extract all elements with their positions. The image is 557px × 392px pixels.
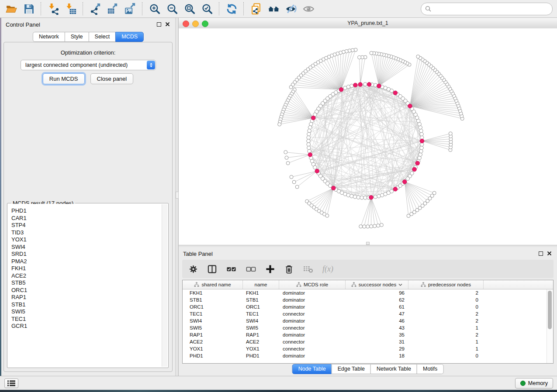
network-node[interactable] bbox=[377, 224, 380, 227]
table-row[interactable]: STB1 STB1 dominator 62 0 bbox=[183, 296, 553, 303]
mcds-node[interactable] bbox=[311, 116, 315, 120]
network-node[interactable] bbox=[308, 149, 311, 153]
mcds-node[interactable] bbox=[412, 167, 417, 172]
network-node[interactable] bbox=[307, 136, 310, 139]
list-item[interactable]: SWI4 bbox=[8, 244, 168, 251]
network-node[interactable] bbox=[419, 129, 423, 132]
network-node[interactable] bbox=[290, 175, 293, 179]
mcds-node[interactable] bbox=[358, 83, 363, 87]
network-node[interactable] bbox=[363, 196, 367, 199]
hide-selected-button[interactable] bbox=[282, 1, 300, 17]
network-node[interactable] bbox=[359, 225, 363, 228]
table-row[interactable]: PHD1 PHD1 dominator 18 0 bbox=[183, 352, 553, 359]
table-row[interactable]: ORC1 ORC1 dominator 61 0 bbox=[183, 303, 553, 310]
network-node[interactable] bbox=[373, 224, 377, 228]
mcds-node[interactable] bbox=[332, 186, 336, 190]
network-node[interactable] bbox=[416, 55, 420, 58]
network-node[interactable] bbox=[307, 143, 310, 146]
tab-select[interactable]: Select bbox=[89, 32, 116, 42]
first-neighbors-button[interactable] bbox=[265, 1, 282, 17]
tab-edge-table[interactable]: Edge Table bbox=[332, 364, 371, 374]
table-row[interactable]: YOX1 YOX1 connector 29 1 bbox=[183, 345, 553, 352]
delete-column-button[interactable] bbox=[284, 264, 294, 274]
list-item[interactable]: STP4 bbox=[8, 222, 168, 229]
clone-network-button[interactable] bbox=[247, 1, 265, 17]
network-node[interactable] bbox=[289, 86, 293, 89]
mcds-node[interactable] bbox=[353, 83, 358, 87]
network-node[interactable] bbox=[390, 189, 393, 193]
network-node[interactable] bbox=[286, 162, 290, 165]
float-panel-button[interactable] bbox=[157, 22, 161, 27]
mcds-node[interactable] bbox=[393, 187, 398, 191]
table-row[interactable]: ACE2 ACE2 connector 31 1 bbox=[183, 338, 553, 345]
network-node[interactable] bbox=[350, 194, 353, 198]
mcds-node[interactable] bbox=[408, 104, 412, 108]
table-row[interactable]: FKH1 FKH1 dominator 96 2 bbox=[183, 289, 553, 296]
list-item[interactable]: FKH1 bbox=[8, 265, 168, 272]
save-button[interactable] bbox=[20, 1, 38, 17]
list-item[interactable]: PMA2 bbox=[8, 258, 168, 265]
network-node[interactable] bbox=[432, 191, 436, 195]
zoom-out-button[interactable] bbox=[163, 1, 181, 17]
list-item[interactable]: TEC1 bbox=[8, 316, 168, 323]
table-row[interactable]: SWI4 SWI4 dominator 46 2 bbox=[183, 317, 553, 324]
mcds-node[interactable] bbox=[403, 180, 407, 184]
network-node[interactable] bbox=[358, 55, 361, 59]
table-settings-button[interactable] bbox=[188, 264, 198, 274]
scrollbar-thumb[interactable] bbox=[548, 291, 552, 329]
function-builder-button[interactable]: f(x) bbox=[322, 265, 333, 274]
column-header-shared-name[interactable]: shared name bbox=[183, 280, 243, 289]
network-node[interactable] bbox=[366, 225, 370, 228]
refresh-layout-button[interactable] bbox=[223, 1, 240, 17]
list-item[interactable]: STB5 bbox=[8, 279, 168, 287]
network-node[interactable] bbox=[370, 225, 373, 228]
mcds-node[interactable] bbox=[315, 169, 319, 173]
table-row[interactable]: TEC1 TEC1 connector 47 2 bbox=[183, 310, 553, 317]
list-item[interactable]: ACE2 bbox=[8, 272, 168, 280]
memory-button[interactable]: Memory bbox=[515, 378, 553, 389]
tab-network-table[interactable]: Network Table bbox=[370, 364, 417, 374]
export-image-button[interactable] bbox=[121, 1, 139, 17]
mcds-node[interactable] bbox=[308, 153, 312, 157]
column-header-predecessor-nodes[interactable]: predecessor nodes bbox=[408, 280, 484, 289]
mcds-node[interactable] bbox=[377, 84, 381, 88]
list-item[interactable]: GCR1 bbox=[8, 323, 168, 330]
list-item[interactable]: ORC1 bbox=[8, 287, 168, 294]
tab-style[interactable]: Style bbox=[65, 32, 89, 42]
tab-motifs[interactable]: Motifs bbox=[417, 364, 443, 374]
import-network-button[interactable] bbox=[45, 1, 62, 17]
splitter-handle[interactable] bbox=[176, 192, 179, 199]
network-node[interactable] bbox=[380, 223, 383, 227]
network-canvas[interactable] bbox=[179, 28, 557, 245]
list-item[interactable]: STB1 bbox=[8, 301, 168, 309]
network-node[interactable] bbox=[419, 149, 423, 153]
network-node[interactable] bbox=[313, 165, 317, 169]
list-item[interactable]: PHD1 bbox=[8, 207, 168, 215]
network-node[interactable] bbox=[420, 132, 423, 136]
canvas-resize-handle[interactable] bbox=[366, 242, 370, 245]
tab-network[interactable]: Network bbox=[33, 32, 65, 42]
zoom-selected-button[interactable] bbox=[198, 1, 216, 17]
delete-table-button[interactable] bbox=[303, 264, 314, 274]
show-log-button[interactable] bbox=[4, 378, 18, 388]
network-node[interactable] bbox=[308, 126, 312, 129]
network-node[interactable] bbox=[374, 83, 377, 87]
network-node[interactable] bbox=[285, 156, 288, 159]
search-input[interactable] bbox=[434, 5, 552, 13]
open-button[interactable] bbox=[3, 1, 20, 17]
network-node[interactable] bbox=[343, 86, 347, 89]
zoom-fit-button[interactable] bbox=[181, 1, 198, 17]
select-all-button[interactable] bbox=[226, 264, 237, 274]
list-item[interactable]: RAP1 bbox=[8, 294, 168, 301]
table-row[interactable]: RAP1 RAP1 dominator 35 2 bbox=[183, 331, 553, 338]
float-panel-button[interactable] bbox=[539, 251, 543, 256]
tab-node-table[interactable]: Node Table bbox=[292, 364, 332, 374]
add-column-button[interactable] bbox=[265, 264, 275, 274]
mcds-node[interactable] bbox=[420, 139, 424, 143]
network-node[interactable] bbox=[307, 132, 311, 136]
deselect-all-button[interactable] bbox=[246, 264, 256, 274]
column-header-mcds-role[interactable]: MCDS role bbox=[279, 280, 346, 289]
network-node[interactable] bbox=[278, 123, 281, 126]
export-table-button[interactable] bbox=[104, 1, 121, 17]
list-item[interactable]: SWI5 bbox=[8, 308, 168, 316]
